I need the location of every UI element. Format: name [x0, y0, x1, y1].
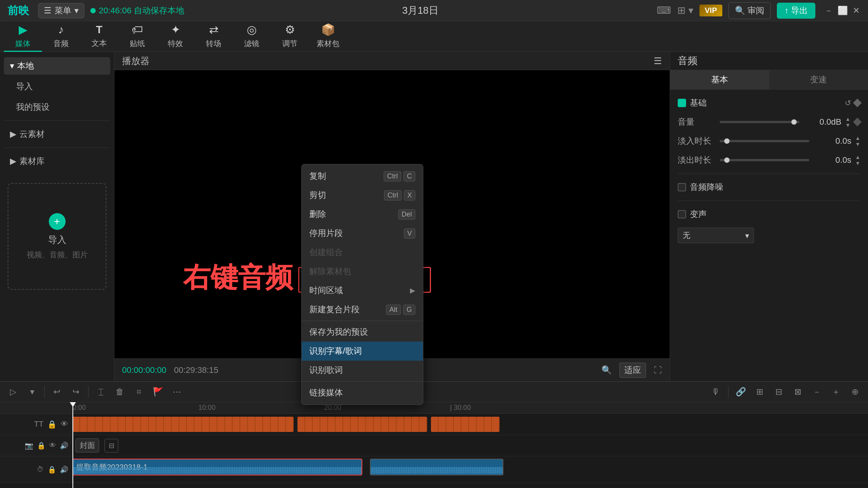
timeline-content: 0:00 10:00 20:00 | 30:00 TT 🔒 👁: [0, 402, 868, 488]
fade-out-stepper[interactable]: ▲▼: [855, 154, 860, 166]
import-area[interactable]: + 导入 视频、音频、图片: [8, 183, 106, 290]
cover-sound-icon[interactable]: 🔊: [60, 441, 68, 450]
toolbar-item-filter[interactable]: ◎ 滤镜: [233, 21, 271, 52]
audio-sound-icon[interactable]: 🔊: [60, 466, 68, 474]
ctx-recognize2[interactable]: 识别歌词: [302, 361, 423, 380]
menu-button[interactable]: ☰ 菜单 ▾: [38, 3, 84, 18]
track-content-audio: 提取音频20230318-1: [72, 456, 868, 483]
timeline-playhead[interactable]: [72, 402, 73, 488]
cover-lock-icon[interactable]: 🔒: [37, 441, 45, 450]
sidebar-tab-presets[interactable]: 我的预设: [4, 98, 110, 116]
player-menu-icon[interactable]: ☰: [654, 56, 662, 66]
split-tool[interactable]: ⌶: [94, 385, 108, 399]
sidebar-tab-library[interactable]: ▶ 素材库: [4, 152, 110, 170]
vip-badge[interactable]: VIP: [699, 5, 722, 16]
fit-button[interactable]: 适应: [619, 363, 646, 378]
toolbar-item-audio[interactable]: ♪ 音频: [42, 21, 80, 52]
minimize-button[interactable]: －: [825, 6, 833, 15]
filter-icon: ◎: [247, 23, 257, 36]
noise-checkbox[interactable]: [678, 183, 686, 191]
audio-clip-secondary[interactable]: [370, 459, 503, 475]
select-tool[interactable]: ▷: [6, 385, 20, 399]
zoom-out-tool[interactable]: －: [810, 385, 824, 399]
toolbar-item-pack[interactable]: 📦 素材包: [309, 21, 347, 52]
voice-checkbox[interactable]: [678, 210, 686, 218]
toolbar-item-transition[interactable]: ⇄ 转场: [194, 21, 233, 52]
adjust-icon: ⚙: [285, 23, 295, 36]
video-clip-2[interactable]: [297, 417, 427, 432]
align-tool[interactable]: ⊟: [772, 385, 786, 399]
mic-tool[interactable]: 🎙: [709, 385, 723, 399]
video-clip-3[interactable]: [431, 417, 500, 432]
tab-speed[interactable]: 变速: [769, 70, 868, 89]
sidebar-arrow-local: ▾: [10, 61, 14, 71]
tab-basic[interactable]: 基本: [670, 70, 769, 89]
more-tool[interactable]: ⋯: [170, 385, 184, 399]
ctx-copy[interactable]: 复制 Ctrl C: [302, 167, 423, 186]
sticker-icon: 🏷: [132, 23, 143, 36]
volume-diamond-icon: [853, 118, 862, 127]
fade-in-stepper[interactable]: ▲▼: [855, 135, 860, 147]
center-tool[interactable]: ⊠: [791, 385, 805, 399]
expand-tool[interactable]: ⊕: [848, 385, 862, 399]
top-bar: 前映 ☰ 菜单 ▾ 20:46:06 自动保存本地 3月18日 ⌨ ⊞ ▾ VI…: [0, 0, 868, 21]
voice-select[interactable]: 无 ▾: [678, 228, 754, 243]
toolbar-item-media[interactable]: ▶ 媒体: [4, 21, 42, 52]
volume-slider[interactable]: [720, 121, 799, 123]
review-button[interactable]: 🔍 审阅: [728, 2, 771, 19]
ctx-cut-label: 剪切: [309, 189, 326, 201]
zoom-icon[interactable]: 🔍: [601, 365, 612, 375]
close-button[interactable]: ✕: [852, 6, 860, 15]
maximize-button[interactable]: ⬜: [838, 6, 847, 15]
group-tool[interactable]: ⊞: [753, 385, 767, 399]
fade-in-slider[interactable]: [720, 140, 809, 142]
ctx-recognize[interactable]: 识别字幕/歌词: [302, 342, 423, 361]
link-tool[interactable]: 🔗: [734, 385, 747, 399]
audio-lock-icon[interactable]: 🔒: [48, 466, 56, 474]
toolbar-item-text[interactable]: T 文本: [80, 21, 118, 52]
sidebar-tab-import[interactable]: 导入: [4, 78, 110, 95]
ctx-link-media[interactable]: 链接媒体: [302, 383, 423, 402]
volume-stepper[interactable]: ▲▼: [845, 116, 850, 128]
ctx-freeze-label: 停用片段: [309, 228, 343, 239]
select-arrow[interactable]: ▾: [25, 385, 39, 399]
diamond-icon: [853, 99, 862, 108]
sidebar-arrow-library: ▶: [10, 156, 16, 166]
voice-label: 变声: [690, 209, 707, 220]
subtitle-eye-icon[interactable]: 👁: [61, 420, 68, 429]
reset-icon[interactable]: ↺: [845, 98, 851, 108]
fade-out-slider[interactable]: [720, 159, 809, 161]
ctx-cut[interactable]: 剪切 Ctrl X: [302, 186, 423, 205]
ctx-new-comp-label: 新建复合片段: [309, 304, 360, 315]
ctx-recognize-label: 识别字幕/歌词: [309, 345, 362, 357]
cover-eye-icon[interactable]: 👁: [49, 441, 56, 449]
keyboard-icon: ⌨: [657, 5, 671, 16]
sidebar-tab-local[interactable]: ▾ 本地: [4, 57, 110, 75]
audio-clip-main[interactable]: 提取音频20230318-1: [72, 459, 362, 475]
export-button[interactable]: ↑ 导出: [777, 3, 815, 19]
redo-button[interactable]: ↪: [69, 385, 83, 399]
delete-tool[interactable]: 🗑: [113, 385, 127, 399]
ctx-create-group: 创建组合: [302, 243, 423, 262]
trim-tool[interactable]: ⌗: [132, 385, 146, 399]
ctx-freeze[interactable]: 停用片段 V: [302, 224, 423, 243]
date-display: 3月18日: [190, 4, 651, 17]
ctx-delete[interactable]: 删除 Del: [302, 205, 423, 224]
zoom-in-tool[interactable]: ＋: [829, 385, 843, 399]
flag-tool[interactable]: 🚩: [151, 385, 165, 399]
adjust-label: 调节: [282, 39, 297, 49]
layout-icon[interactable]: ⊞ ▾: [677, 5, 693, 16]
fullscreen-icon[interactable]: ⛶: [654, 365, 662, 375]
subtitle-lock-icon[interactable]: 🔒: [47, 420, 57, 429]
toolbar-item-sticker[interactable]: 🏷 贴纸: [118, 21, 156, 52]
ctx-time-range[interactable]: 时间区域 ▶: [302, 281, 423, 300]
sidebar-tab-cloud[interactable]: ▶ 云素材: [4, 125, 110, 143]
ctx-new-comp[interactable]: 新建复合片段 Alt G: [302, 300, 423, 319]
playhead-triangle: [70, 402, 76, 407]
video-clip-1[interactable]: [72, 417, 294, 432]
toolbar-item-effects[interactable]: ✦ 特效: [156, 21, 194, 52]
toolbar-item-adjust[interactable]: ⚙ 调节: [271, 21, 309, 52]
undo-button[interactable]: ↩: [50, 385, 64, 399]
ctx-save-preset[interactable]: 保存为我的预设: [302, 323, 423, 342]
basic-checkbox[interactable]: [678, 99, 686, 107]
